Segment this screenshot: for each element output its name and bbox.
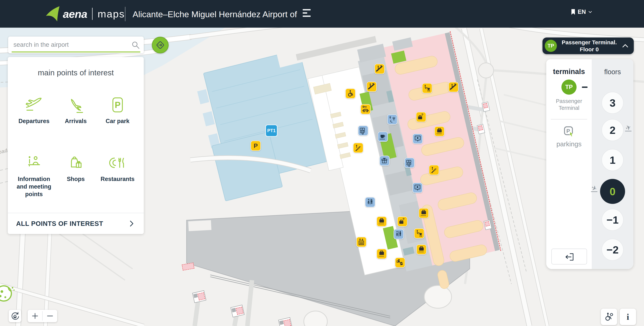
aena-maps-app: bade PPT1$£¥$£¥?? aena maps Alicante–Elc… bbox=[0, 0, 644, 326]
arrivals-plane-icon: ✈ bbox=[591, 185, 598, 192]
poi-item-restaurants[interactable]: Restaurants bbox=[96, 153, 138, 198]
svg-text:$: $ bbox=[361, 131, 362, 133]
map-marker-lost-luggage[interactable]: ? bbox=[397, 216, 408, 227]
arrivals-plane-icon bbox=[66, 95, 86, 114]
terminal-name: Passenger Terminal bbox=[552, 98, 586, 111]
information-icon bbox=[24, 153, 44, 172]
current-location-pill[interactable]: TP Passenger Terminal. Floor 0 bbox=[542, 37, 634, 54]
baggage-belt-icon bbox=[435, 127, 444, 136]
parkings-icon: P bbox=[562, 125, 576, 138]
terminal-tp-button[interactable]: TP bbox=[562, 79, 576, 95]
baggage-belt-icon bbox=[378, 250, 386, 258]
floor-button-−1[interactable]: −1 bbox=[602, 209, 624, 231]
poi-item-label: Restaurants bbox=[100, 175, 134, 183]
map-marker-currency-exchange[interactable]: $£¥ bbox=[358, 125, 368, 136]
all-points-of-interest-link[interactable]: ALL POINTS OF INTEREST bbox=[8, 213, 144, 234]
map-marker-escalator[interactable] bbox=[374, 64, 385, 74]
floor-button-−2[interactable]: −2 bbox=[602, 239, 624, 261]
map-marker-car-rental[interactable] bbox=[360, 104, 371, 114]
map-marker-gift-shop[interactable] bbox=[380, 156, 390, 166]
language-selector[interactable]: EN bbox=[570, 8, 593, 15]
all-poi-label: ALL POINTS OF INTEREST bbox=[16, 220, 103, 227]
map-marker-meeting-point[interactable] bbox=[412, 134, 423, 144]
info-button[interactable]: i bbox=[620, 309, 636, 325]
terminal-dash bbox=[582, 86, 588, 88]
map-marker-parking[interactable]: P bbox=[250, 141, 261, 151]
cafe-icon bbox=[379, 132, 387, 141]
accessibility-settings-button[interactable] bbox=[601, 309, 617, 325]
car-rental-icon bbox=[362, 105, 370, 113]
map-marker-lost-luggage[interactable]: ? bbox=[416, 112, 426, 122]
map-marker-currency-exchange[interactable]: $£¥ bbox=[404, 158, 414, 168]
app-header: aena maps Alicante–Elche Miguel Hernánde… bbox=[0, 0, 644, 28]
map-marker-escalator[interactable] bbox=[448, 82, 458, 92]
map-marker-stroller[interactable] bbox=[422, 83, 432, 93]
floor-button-1[interactable]: 1 bbox=[602, 149, 624, 171]
poi-panel-title: main points of interest bbox=[8, 68, 144, 77]
map-marker-pt1-badge[interactable]: PT1 bbox=[266, 125, 277, 136]
map-marker-passport-control[interactable] bbox=[395, 258, 405, 268]
reset-view-button[interactable] bbox=[9, 310, 21, 322]
poi-item-label: Shops bbox=[67, 175, 85, 183]
zoom-in-button[interactable] bbox=[28, 310, 42, 322]
map-marker-cafe[interactable] bbox=[378, 132, 388, 142]
map-marker-toilets[interactable] bbox=[394, 229, 404, 239]
poi-item-label: Car park bbox=[106, 117, 130, 125]
header-divider bbox=[125, 7, 126, 21]
poi-item-shops[interactable]: Shops bbox=[55, 153, 97, 198]
product-name: maps bbox=[98, 8, 125, 20]
map-marker-stairs[interactable] bbox=[353, 143, 363, 153]
chevron-up-icon[interactable] bbox=[622, 43, 629, 48]
poi-item-car-park[interactable]: P Car park bbox=[96, 95, 138, 125]
brand-divider bbox=[92, 8, 92, 20]
map-marker-wheelchair[interactable] bbox=[345, 88, 356, 99]
exit-terminal-button[interactable] bbox=[552, 249, 587, 265]
map-marker-baggage-belt[interactable] bbox=[434, 126, 444, 136]
map-marker-baggage-belt[interactable] bbox=[416, 244, 426, 255]
toilets-icon bbox=[366, 198, 374, 206]
map-marker-baggage-belt[interactable] bbox=[376, 249, 387, 259]
lost-luggage-icon: ? bbox=[398, 217, 406, 226]
poi-item-label: Information and meeting points bbox=[14, 175, 54, 198]
aena-maps-logo[interactable]: aena maps bbox=[45, 4, 125, 23]
floors-title: floors bbox=[592, 68, 634, 76]
multi-faith-icon bbox=[388, 115, 396, 124]
parkings-button[interactable]: P parkings bbox=[546, 125, 592, 148]
directions-button[interactable] bbox=[152, 37, 168, 53]
menu-button[interactable] bbox=[303, 9, 312, 19]
chevron-right-icon bbox=[128, 220, 135, 227]
search-input[interactable] bbox=[14, 38, 127, 51]
map-marker-baggage-belt[interactable] bbox=[418, 208, 429, 218]
cookie-icon bbox=[0, 284, 16, 303]
currency-exchange-icon: $£¥ bbox=[405, 159, 414, 167]
map-marker-escalator[interactable] bbox=[366, 82, 377, 92]
map-marker-meeting-point[interactable] bbox=[412, 183, 422, 193]
search-icon[interactable] bbox=[131, 41, 140, 49]
search-bar bbox=[8, 36, 144, 53]
stairs-icon bbox=[430, 166, 438, 174]
cookie-settings-button[interactable] bbox=[0, 284, 16, 303]
map-marker-elevator[interactable] bbox=[356, 237, 366, 247]
map-marker-stroller[interactable] bbox=[414, 228, 424, 239]
map-marker-baggage-belt[interactable] bbox=[376, 216, 387, 227]
poi-item-label: Arrivals bbox=[65, 117, 86, 125]
map-marker-toilets[interactable] bbox=[365, 197, 375, 207]
home-reset-icon bbox=[10, 311, 20, 321]
poi-item-arrivals-plane[interactable]: Arrivals bbox=[55, 95, 97, 125]
escalator-icon bbox=[368, 82, 376, 91]
terminal-badge: TP bbox=[545, 40, 557, 52]
poi-item-departures-plane[interactable]: Departures bbox=[13, 95, 55, 125]
poi-item-information[interactable]: Information and meeting points bbox=[13, 153, 55, 198]
gift-shop-icon bbox=[380, 157, 389, 165]
svg-text:£: £ bbox=[410, 163, 411, 165]
floor-button-0[interactable]: 0 bbox=[600, 179, 625, 204]
map-marker-multi-faith[interactable] bbox=[387, 114, 398, 125]
menu-icon bbox=[303, 9, 311, 10]
zoom-out-button[interactable] bbox=[42, 310, 57, 322]
floor-button-2[interactable]: 2 bbox=[602, 119, 624, 141]
map-marker-stairs[interactable] bbox=[429, 165, 439, 175]
meeting-point-icon bbox=[414, 135, 422, 143]
directions-icon bbox=[155, 40, 165, 50]
floor-button-3[interactable]: 3 bbox=[602, 92, 624, 114]
panel-divider bbox=[551, 119, 587, 119]
